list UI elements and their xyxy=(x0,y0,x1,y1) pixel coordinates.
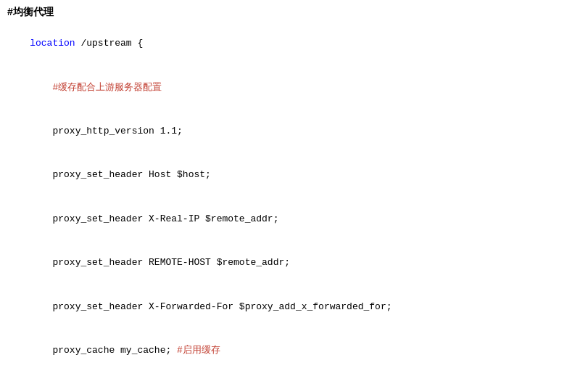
section-heading: #均衡代理 xyxy=(7,6,581,19)
line-set-header-forwarded: proxy_set_header X-Forwarded-For $proxy_… xyxy=(30,301,392,312)
line-http-version: proxy_http_version 1.1; xyxy=(30,126,183,136)
line-cache-mycache: proxy_cache my_cache; #启用缓存 xyxy=(30,345,220,356)
line-set-header-remotehost: proxy_set_header REMOTE-HOST $remote_add… xyxy=(30,257,290,268)
location-line: location /upstream { xyxy=(30,38,143,49)
line-set-header-xrealip: proxy_set_header X-Real-IP $remote_addr; xyxy=(30,213,278,224)
comment-cache-config: #缓存配合上游服务器配置 xyxy=(30,82,162,93)
code-block: location /upstream { #缓存配合上游服务器配置 proxy_… xyxy=(7,22,581,392)
page-wrapper: #均衡代理 location /upstream { #缓存配合上游服务器配置 … xyxy=(0,0,588,392)
line-set-header-host: proxy_set_header Host $host; xyxy=(30,169,211,180)
